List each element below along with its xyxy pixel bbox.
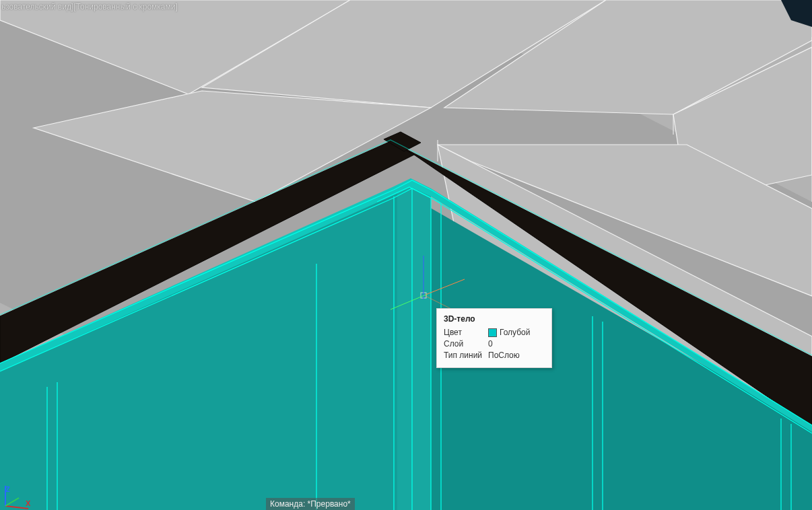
ucs-x-label: X	[26, 499, 30, 507]
color-swatch-icon	[488, 328, 497, 337]
tooltip-color-label: Цвет	[444, 328, 484, 337]
viewport-3d[interactable]: ьзовательский вид][Тонированный с кромка…	[0, 0, 812, 510]
tooltip-linetype-value: ПоСлою	[488, 351, 545, 360]
hover-tooltip: 3D-тело Цвет Голубой Слой 0 Тип линий По…	[436, 308, 552, 368]
svg-marker-17	[397, 180, 431, 510]
tooltip-color-value: Голубой	[500, 328, 531, 337]
tooltip-layer-label: Слой	[444, 339, 484, 349]
tooltip-layer-value: 0	[488, 339, 545, 349]
command-line[interactable]: Команда: *Прервано*	[266, 498, 355, 510]
tooltip-title: 3D-тело	[444, 314, 545, 324]
scene-svg	[0, 0, 812, 510]
tooltip-linetype-label: Тип линий	[444, 351, 484, 360]
ucs-z-label: Z	[5, 485, 10, 493]
viewport-label[interactable]: ьзовательский вид][Тонированный с кромка…	[0, 2, 178, 11]
